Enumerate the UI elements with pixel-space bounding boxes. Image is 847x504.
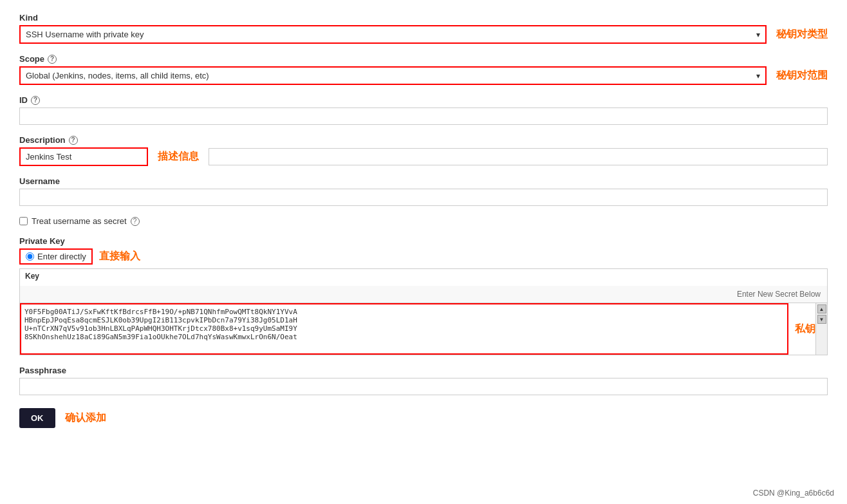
kind-select[interactable]: SSH Username with private key Username w… xyxy=(19,25,767,44)
private-key-row: Enter directly 直接输入 xyxy=(19,248,828,265)
private-key-section: Private Key Enter directly 直接输入 Key Ente… xyxy=(19,236,828,355)
username-label: Username xyxy=(19,176,828,186)
enter-directly-label: Enter directly xyxy=(37,252,86,261)
passphrase-label: Passphrase xyxy=(19,366,828,375)
id-label: ID ? xyxy=(19,95,828,105)
kind-annotation: 秘钥对类型 xyxy=(776,28,828,41)
scroll-down-icon[interactable]: ▼ xyxy=(817,315,826,324)
kind-label-text: Kind xyxy=(19,13,38,23)
enter-directly-box: Enter directly xyxy=(19,248,93,265)
ok-button[interactable]: OK xyxy=(19,408,55,428)
private-key-label-text: Private Key xyxy=(19,236,65,246)
username-label-text: Username xyxy=(19,176,60,186)
description-row: 描述信息 xyxy=(19,147,828,166)
scroll-up-icon[interactable]: ▲ xyxy=(817,304,826,313)
key-textarea-row: Y0F5Fbg00ATiJ/SxFwKftKfBdrcsFfB+19O/+pNB… xyxy=(20,303,815,355)
key-sublabel-text: Key xyxy=(25,272,39,281)
key-textarea[interactable]: Y0F5Fbg00ATiJ/SxFwKftKfBdrcsFfB+19O/+pNB… xyxy=(20,303,788,355)
description-help-icon[interactable]: ? xyxy=(69,136,78,145)
key-annotation: 私钥 xyxy=(795,322,815,336)
description-annotation: 描述信息 xyxy=(158,150,199,163)
private-key-label: Private Key xyxy=(19,236,828,246)
footer-credit: CSDN @King_a6b6c6d xyxy=(753,489,834,498)
scope-label-text: Scope xyxy=(19,54,44,64)
treat-username-label: Treat username as secret xyxy=(32,216,127,226)
passphrase-section: Passphrase xyxy=(19,366,828,395)
passphrase-input[interactable] xyxy=(19,378,828,395)
key-scrollbar[interactable]: ▲ ▼ xyxy=(815,303,827,355)
treat-username-checkbox[interactable] xyxy=(19,217,28,225)
scope-select[interactable]: Global (Jenkins, nodes, items, all child… xyxy=(19,66,767,85)
id-label-text: ID xyxy=(19,95,28,105)
description-input-full[interactable] xyxy=(209,148,828,165)
kind-select-container: SSH Username with private key Username w… xyxy=(19,25,767,44)
description-label: Description ? xyxy=(19,135,828,145)
key-hint: Enter New Secret Below xyxy=(20,286,827,303)
scope-section: Scope ? Global (Jenkins, nodes, items, a… xyxy=(19,54,828,85)
kind-section: Kind SSH Username with private key Usern… xyxy=(19,13,828,44)
enter-directly-annotation: 直接输入 xyxy=(99,250,140,263)
key-content-area: Y0F5Fbg00ATiJ/SxFwKftKfBdrcsFfB+19O/+pNB… xyxy=(20,303,827,355)
scope-label: Scope ? xyxy=(19,54,828,64)
description-label-text: Description xyxy=(19,135,66,145)
id-help-icon[interactable]: ? xyxy=(31,96,40,105)
key-sublabel: Key xyxy=(20,269,827,283)
scope-help-icon[interactable]: ? xyxy=(48,55,57,64)
bottom-row: OK 确认添加 xyxy=(19,408,828,428)
kind-row: SSH Username with private key Username w… xyxy=(19,25,828,44)
ok-annotation: 确认添加 xyxy=(65,411,106,425)
scope-row: Global (Jenkins, nodes, items, all child… xyxy=(19,66,828,85)
treat-username-section: Treat username as secret ? xyxy=(19,216,828,226)
scope-annotation: 秘钥对范围 xyxy=(776,69,828,82)
id-input[interactable] xyxy=(19,107,828,125)
description-section: Description ? 描述信息 xyxy=(19,135,828,166)
key-area: Key Enter New Secret Below Y0F5Fbg00ATiJ… xyxy=(19,268,828,355)
username-section: Username xyxy=(19,176,828,206)
username-input[interactable] xyxy=(19,189,828,206)
description-input[interactable] xyxy=(19,147,148,166)
scope-select-container: Global (Jenkins, nodes, items, all child… xyxy=(19,66,767,85)
treat-username-help-icon[interactable]: ? xyxy=(131,217,140,226)
enter-directly-radio[interactable] xyxy=(26,252,34,261)
passphrase-label-text: Passphrase xyxy=(19,366,66,375)
id-section: ID ? xyxy=(19,95,828,125)
kind-label: Kind xyxy=(19,13,828,23)
